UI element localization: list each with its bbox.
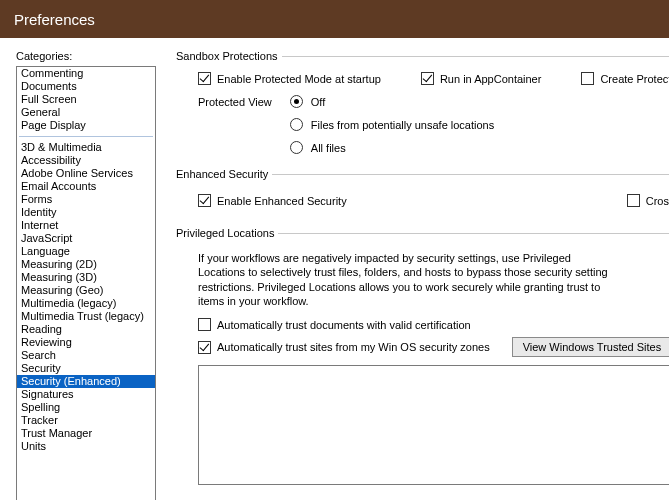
checkbox-label: Automatically trust documents with valid…: [217, 319, 471, 331]
categories-label: Categories:: [16, 50, 156, 62]
privileged-group: Privileged Locations If your workflows a…: [176, 227, 669, 485]
category-item[interactable]: Full Screen: [17, 93, 155, 106]
radio-label: Files from potentially unsafe locations: [311, 119, 494, 131]
checkbox-icon: [198, 341, 211, 354]
checkbox-label: Enable Protected Mode at startup: [217, 73, 381, 85]
category-item[interactable]: Measuring (Geo): [17, 284, 155, 297]
protected-view-off-radio[interactable]: Off: [290, 95, 494, 108]
checkbox-icon: [198, 318, 211, 331]
category-item[interactable]: Reading: [17, 323, 155, 336]
category-item[interactable]: General: [17, 106, 155, 119]
checkbox-label: Create Protected Mode log fil: [600, 73, 669, 85]
enhanced-legend: Enhanced Security: [176, 168, 272, 180]
category-item[interactable]: Reviewing: [17, 336, 155, 349]
category-item[interactable]: Spelling: [17, 401, 155, 414]
privileged-legend: Privileged Locations: [176, 227, 278, 239]
protected-view-options: Off Files from potentially unsafe locati…: [290, 95, 494, 154]
category-item[interactable]: Commenting: [17, 67, 155, 80]
checkbox-icon: [421, 72, 434, 85]
category-item[interactable]: Multimedia Trust (legacy): [17, 310, 155, 323]
sandbox-legend: Sandbox Protections: [176, 50, 282, 62]
privileged-locations-list[interactable]: [198, 365, 669, 485]
category-item[interactable]: Page Display: [17, 119, 155, 132]
category-item[interactable]: Measuring (2D): [17, 258, 155, 271]
category-item[interactable]: Language: [17, 245, 155, 258]
checkbox-icon: [198, 72, 211, 85]
privileged-description: If your workflows are negatively impacte…: [198, 251, 618, 308]
auto-trust-sites-checkbox[interactable]: Automatically trust sites from my Win OS…: [198, 341, 490, 354]
category-item[interactable]: 3D & Multimedia: [17, 141, 155, 154]
checkbox-icon: [198, 194, 211, 207]
category-item[interactable]: JavaScript: [17, 232, 155, 245]
category-item[interactable]: Forms: [17, 193, 155, 206]
category-item[interactable]: Tracker: [17, 414, 155, 427]
checkbox-label: Cros: [646, 195, 669, 207]
enhanced-group: Enhanced Security Enable Enhanced Securi…: [176, 168, 669, 213]
view-trusted-sites-button[interactable]: View Windows Trusted Sites: [512, 337, 669, 357]
radio-icon: [290, 95, 303, 108]
window-title: Preferences: [14, 11, 95, 28]
checkbox-label: Enable Enhanced Security: [217, 195, 347, 207]
category-item[interactable]: Adobe Online Services: [17, 167, 155, 180]
category-item[interactable]: Trust Manager: [17, 427, 155, 440]
auto-trust-cert-checkbox[interactable]: Automatically trust documents with valid…: [198, 318, 471, 331]
category-item[interactable]: Security (Enhanced): [17, 375, 155, 388]
category-item[interactable]: Units: [17, 440, 155, 453]
enable-enhanced-security-checkbox[interactable]: Enable Enhanced Security: [198, 194, 347, 207]
category-item[interactable]: Identity: [17, 206, 155, 219]
protected-view-unsafe-radio[interactable]: Files from potentially unsafe locations: [290, 118, 494, 131]
create-log-checkbox[interactable]: Create Protected Mode log fil: [581, 72, 669, 85]
dialog-body: Categories: CommentingDocumentsFull Scre…: [0, 38, 669, 500]
title-bar: Preferences: [0, 0, 669, 38]
categories-listbox[interactable]: CommentingDocumentsFull ScreenGeneralPag…: [16, 66, 156, 500]
category-item[interactable]: Signatures: [17, 388, 155, 401]
sandbox-group: Sandbox Protections Enable Protected Mod…: [176, 50, 669, 154]
radio-icon: [290, 141, 303, 154]
checkbox-icon: [581, 72, 594, 85]
radio-icon: [290, 118, 303, 131]
enable-protected-mode-checkbox[interactable]: Enable Protected Mode at startup: [198, 72, 381, 85]
protected-view-all-radio[interactable]: All files: [290, 141, 494, 154]
protected-view-label: Protected View: [198, 95, 272, 108]
sidebar: Categories: CommentingDocumentsFull Scre…: [16, 50, 156, 500]
radio-label: All files: [311, 142, 346, 154]
category-item[interactable]: Documents: [17, 80, 155, 93]
checkbox-label: Automatically trust sites from my Win OS…: [217, 341, 490, 353]
category-item[interactable]: Internet: [17, 219, 155, 232]
main-panel: Sandbox Protections Enable Protected Mod…: [156, 50, 669, 500]
category-item[interactable]: Accessibility: [17, 154, 155, 167]
run-in-appcontainer-checkbox[interactable]: Run in AppContainer: [421, 72, 542, 85]
category-item[interactable]: Security: [17, 362, 155, 375]
category-divider: [19, 136, 153, 137]
category-item[interactable]: Email Accounts: [17, 180, 155, 193]
category-item[interactable]: Search: [17, 349, 155, 362]
cross-domain-checkbox[interactable]: Cros: [627, 194, 669, 207]
checkbox-icon: [627, 194, 640, 207]
checkbox-label: Run in AppContainer: [440, 73, 542, 85]
category-item[interactable]: Multimedia (legacy): [17, 297, 155, 310]
radio-label: Off: [311, 96, 325, 108]
category-item[interactable]: Measuring (3D): [17, 271, 155, 284]
